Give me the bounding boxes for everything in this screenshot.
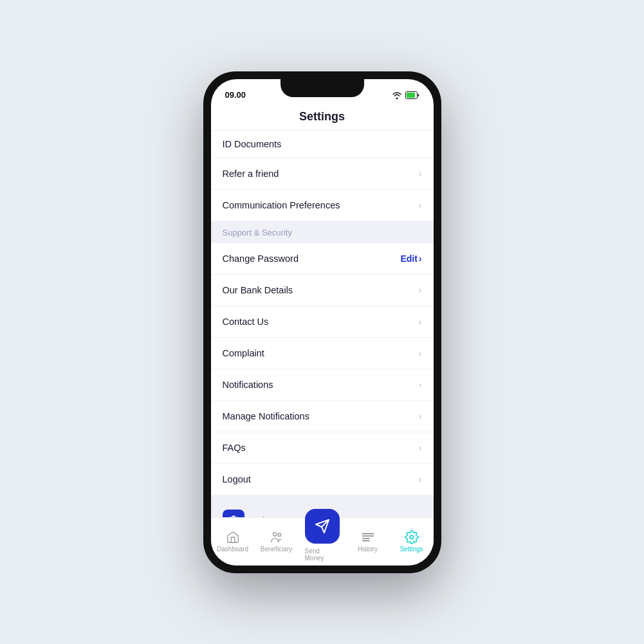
edit-label: Edit bbox=[400, 253, 417, 264]
edit-link[interactable]: Edit › bbox=[400, 253, 421, 264]
bank-details-item[interactable]: Our Bank Details › bbox=[211, 275, 434, 306]
communication-prefs-label: Communication Preferences bbox=[223, 200, 340, 210]
page-header: Settings bbox=[211, 105, 434, 131]
status-icons bbox=[392, 91, 419, 99]
change-password-label: Change Password bbox=[223, 253, 299, 264]
notifications-chevron: › bbox=[419, 380, 422, 390]
nav-settings[interactable]: Settings bbox=[390, 530, 434, 553]
support-security-section: Support & Security bbox=[211, 221, 434, 243]
change-password-item[interactable]: Change Password Edit › bbox=[211, 243, 434, 275]
send-money-button[interactable] bbox=[305, 509, 340, 544]
complaint-chevron: › bbox=[419, 348, 422, 358]
nav-beneficiary[interactable]: Beneficiary bbox=[255, 530, 299, 553]
wifi-icon bbox=[392, 91, 402, 99]
logout-item[interactable]: Logout › bbox=[211, 464, 434, 495]
notifications-item[interactable]: Notifications › bbox=[211, 369, 434, 401]
bank-details-chevron: › bbox=[419, 285, 422, 295]
manage-notifications-label: Manage Notifications bbox=[223, 411, 309, 421]
settings-icon bbox=[405, 530, 419, 544]
communication-prefs-chevron: › bbox=[419, 200, 422, 210]
svg-point-2 bbox=[273, 533, 277, 537]
phone-screen: 09.00 Settings bbox=[211, 79, 434, 566]
manage-notifications-chevron: › bbox=[419, 411, 422, 421]
bank-details-label: Our Bank Details bbox=[223, 285, 293, 295]
contact-us-label: Contact Us bbox=[223, 317, 269, 327]
nav-send-money[interactable]: Send Money bbox=[299, 522, 346, 562]
id-documents-item[interactable]: ID Documents bbox=[211, 131, 434, 158]
beneficiary-icon bbox=[270, 530, 284, 544]
delete-icon-wrap bbox=[223, 510, 244, 517]
phone-notch bbox=[281, 79, 364, 97]
contact-us-chevron: › bbox=[419, 317, 422, 327]
svg-point-8 bbox=[410, 535, 414, 539]
edit-chevron: › bbox=[419, 253, 422, 264]
battery-icon bbox=[405, 91, 419, 99]
svg-rect-1 bbox=[407, 93, 415, 98]
svg-point-3 bbox=[278, 533, 281, 537]
beneficiary-nav-label: Beneficiary bbox=[261, 546, 292, 553]
faqs-label: FAQs bbox=[223, 443, 246, 453]
status-time: 09.00 bbox=[225, 90, 246, 100]
history-icon bbox=[361, 530, 375, 544]
refer-friend-item[interactable]: Refer a friend › bbox=[211, 158, 434, 190]
bottom-nav: Dashboard Beneficiary bbox=[211, 517, 434, 566]
dashboard-nav-label: Dashboard bbox=[217, 546, 248, 553]
nav-history[interactable]: History bbox=[346, 530, 390, 553]
notifications-label: Notifications bbox=[223, 380, 273, 390]
phone-frame: 09.00 Settings bbox=[203, 71, 441, 573]
complaint-item[interactable]: Complaint › bbox=[211, 338, 434, 369]
history-nav-label: History bbox=[358, 546, 378, 553]
nav-dashboard[interactable]: Dashboard bbox=[211, 530, 255, 553]
scroll-content: ID Documents Refer a friend › Communicat… bbox=[211, 131, 434, 517]
dashboard-icon bbox=[226, 530, 240, 544]
contact-us-item[interactable]: Contact Us › bbox=[211, 306, 434, 338]
support-security-label: Support & Security bbox=[223, 228, 292, 237]
send-money-nav-label: Send Money bbox=[305, 547, 340, 562]
refer-friend-label: Refer a friend bbox=[223, 169, 279, 179]
logout-chevron: › bbox=[419, 474, 422, 484]
settings-nav-label: Settings bbox=[400, 546, 423, 553]
faqs-chevron: › bbox=[419, 443, 422, 453]
faqs-item[interactable]: FAQs › bbox=[211, 432, 434, 464]
complaint-label: Complaint bbox=[223, 348, 264, 358]
communication-prefs-item[interactable]: Communication Preferences › bbox=[211, 190, 434, 221]
id-documents-label: ID Documents bbox=[223, 139, 282, 149]
page-title: Settings bbox=[299, 110, 345, 123]
logout-label: Logout bbox=[223, 474, 251, 484]
manage-notifications-item[interactable]: Manage Notifications › bbox=[211, 401, 434, 432]
send-money-icon bbox=[315, 519, 330, 534]
refer-friend-chevron: › bbox=[419, 169, 422, 179]
